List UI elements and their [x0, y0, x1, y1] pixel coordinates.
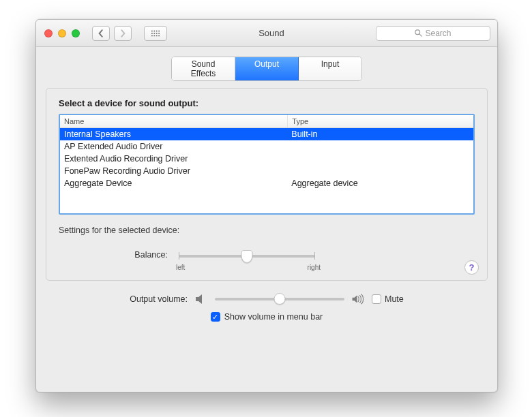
- svg-rect-5: [153, 33, 155, 34]
- tab-input[interactable]: Input: [299, 57, 361, 80]
- speaker-high-icon: [351, 293, 365, 305]
- balance-row: Balance: left right: [100, 250, 475, 273]
- forward-button[interactable]: [114, 26, 132, 41]
- column-type[interactable]: Type: [287, 115, 473, 127]
- balance-slider[interactable]: left right: [179, 250, 315, 273]
- svg-rect-3: [158, 30, 160, 31]
- svg-rect-8: [151, 35, 153, 36]
- sound-preferences-window: Sound Search Sound Effects Output Input …: [35, 19, 498, 392]
- output-volume-row: Output volume: Mute: [46, 293, 488, 305]
- svg-rect-10: [156, 35, 158, 36]
- tab-bar: Sound Effects Output Input: [171, 57, 362, 81]
- balance-right-caption: right: [308, 264, 321, 271]
- table-header: Name Type: [60, 115, 473, 128]
- table-row[interactable]: FonePaw Recording Audio Driver: [60, 165, 473, 177]
- window-controls: [36, 29, 80, 37]
- output-volume-slider[interactable]: [215, 293, 344, 305]
- table-body: Internal Speakers Built-in AP Extended A…: [60, 128, 473, 189]
- show-all-button-group: [144, 26, 167, 41]
- show-all-button[interactable]: [144, 26, 167, 41]
- svg-rect-0: [151, 30, 153, 31]
- search-input[interactable]: Search: [376, 26, 490, 41]
- select-device-label: Select a device for sound output:: [59, 98, 475, 108]
- svg-rect-11: [158, 35, 160, 36]
- slider-knob[interactable]: [274, 293, 285, 305]
- help-button[interactable]: ?: [464, 260, 479, 275]
- table-row[interactable]: Aggregate Device Aggregate device: [60, 177, 473, 189]
- settings-for-label: Settings for the selected device:: [59, 226, 475, 235]
- svg-rect-2: [156, 30, 158, 31]
- search-placeholder: Search: [425, 29, 451, 38]
- mute-checkbox[interactable]: [372, 294, 381, 304]
- zoom-button[interactable]: [72, 29, 80, 37]
- svg-rect-1: [153, 30, 155, 31]
- table-row[interactable]: Internal Speakers Built-in: [60, 128, 473, 140]
- titlebar: Sound Search: [36, 20, 497, 47]
- show-in-menubar-checkbox[interactable]: [211, 312, 220, 322]
- body: Sound Effects Output Input Select a devi…: [36, 47, 497, 326]
- search-icon: [415, 29, 422, 37]
- speaker-low-icon: [194, 293, 208, 305]
- tab-sound-effects[interactable]: Sound Effects: [172, 57, 235, 80]
- svg-rect-7: [158, 33, 160, 34]
- show-in-menubar-label: Show volume in menu bar: [224, 312, 323, 322]
- svg-rect-4: [151, 33, 153, 34]
- table-row[interactable]: AP Extended Audio Driver: [60, 140, 473, 153]
- slider-knob[interactable]: [241, 250, 253, 263]
- table-row[interactable]: Extented Audio Recording Driver: [60, 153, 473, 165]
- tab-output[interactable]: Output: [235, 57, 299, 80]
- window-title: Sound: [167, 28, 376, 38]
- close-button[interactable]: [44, 29, 53, 37]
- back-button[interactable]: [92, 26, 110, 41]
- balance-left-caption: left: [176, 264, 185, 271]
- mute-checkbox-group: Mute: [372, 294, 404, 304]
- svg-line-13: [419, 34, 422, 36]
- mute-label: Mute: [385, 294, 404, 304]
- svg-rect-9: [153, 35, 155, 36]
- balance-label: Balance:: [100, 250, 179, 260]
- nav-buttons: [92, 26, 132, 41]
- output-volume-label: Output volume:: [130, 294, 188, 304]
- output-panel: Select a device for sound output: Name T…: [46, 88, 488, 281]
- minimize-button[interactable]: [58, 29, 66, 37]
- device-table: Name Type Internal Speakers Built-in AP …: [59, 114, 475, 215]
- svg-rect-6: [156, 33, 158, 34]
- grid-icon: [151, 29, 160, 37]
- column-name[interactable]: Name: [60, 115, 287, 127]
- show-in-menubar-row: Show volume in menu bar: [46, 312, 488, 322]
